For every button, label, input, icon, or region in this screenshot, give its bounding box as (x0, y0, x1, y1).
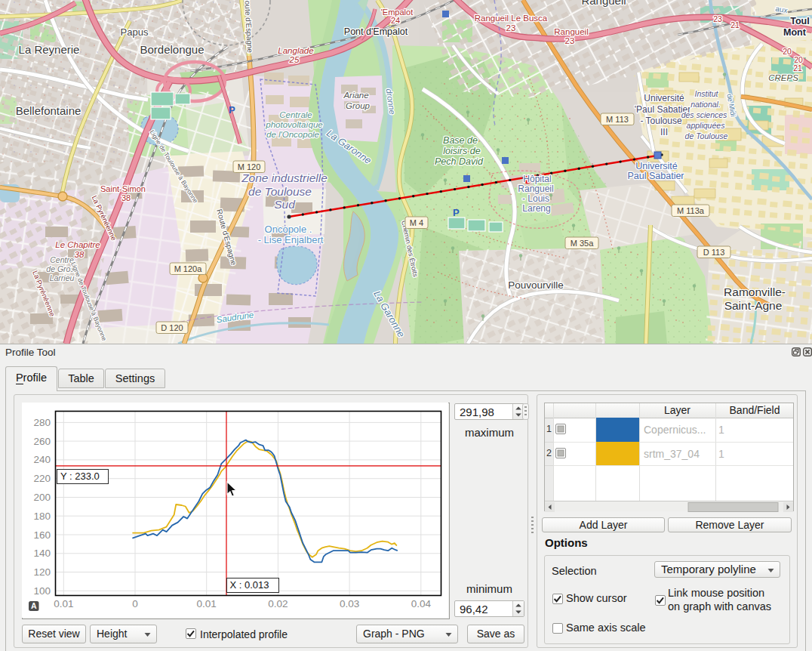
svg-text:38: 38 (121, 193, 131, 202)
svg-text:Mont: Mont (783, 27, 807, 38)
svg-text:photovoltaïque: photovoltaïque (265, 120, 322, 129)
svg-text:Rangueil: Rangueil (554, 27, 588, 36)
svg-text:P: P (229, 104, 235, 116)
svg-text:M 120: M 120 (238, 162, 261, 171)
svg-text:A: A (31, 601, 37, 610)
svg-text:200: 200 (33, 492, 51, 503)
svg-text:0.02: 0.02 (268, 598, 288, 609)
svg-text:Pouvourville: Pouvourville (508, 279, 564, 291)
svg-text:Sud: Sud (274, 198, 296, 211)
svg-text:M 35a: M 35a (571, 239, 594, 248)
svg-text:- Louis: - Louis (522, 193, 549, 204)
svg-text:D 113: D 113 (703, 248, 725, 257)
svg-text:Centrale: Centrale (279, 110, 312, 119)
svg-text:de Toulouse: de Toulouse (248, 185, 312, 198)
svg-text:Toul: Toul (790, 16, 809, 26)
svg-text:des sciences: des sciences (681, 110, 727, 119)
svg-text:P: P (453, 207, 460, 218)
svg-text:260: 260 (33, 436, 51, 447)
svg-text:Langlade: Langlade (278, 46, 313, 55)
svg-text:Oncopole .: Oncopole . (265, 224, 312, 235)
svg-text:Université: Université (644, 93, 684, 103)
svg-text:240: 240 (33, 454, 51, 465)
svg-text:Pech David: Pech David (435, 156, 484, 167)
svg-text:Université: Université (635, 161, 678, 171)
svg-text:23: 23 (565, 36, 575, 45)
svg-text:CREPS: CREPS (768, 73, 798, 82)
svg-text:Ramonville-: Ramonville- (724, 285, 786, 298)
svg-text:120: 120 (33, 566, 51, 578)
svg-text:140: 140 (33, 548, 51, 559)
svg-text:Bordelongue: Bordelongue (140, 43, 204, 56)
svg-text:- Lise Enjalbert: - Lise Enjalbert (258, 234, 324, 245)
svg-text:loisirs de: loisirs de (443, 146, 480, 156)
svg-text:Zone industrielle: Zone industrielle (241, 171, 328, 184)
svg-text:23: 23 (506, 23, 516, 32)
svg-text:Saint-Simon: Saint-Simon (100, 184, 146, 193)
svg-text:25: 25 (289, 55, 300, 64)
svg-text:Base de: Base de (443, 135, 478, 146)
svg-text:Rangueil: Rangueil (581, 0, 626, 7)
svg-text:0: 0 (132, 598, 138, 609)
svg-text:180: 180 (33, 511, 51, 522)
svg-text:38: 38 (75, 250, 85, 259)
svg-text:23: 23 (713, 14, 722, 23)
svg-text:de l'Oncopole: de l'Oncopole (266, 130, 319, 139)
svg-text:Institut: Institut (695, 89, 719, 98)
svg-text:appliquées: appliquées (687, 121, 726, 130)
svg-text:M 113: M 113 (606, 115, 629, 124)
svg-text:Paul Sabatier: Paul Sabatier (627, 171, 684, 181)
svg-text:21: 21 (730, 20, 740, 29)
svg-text:de Toulouse: de Toulouse (685, 131, 728, 140)
svg-text:- Toulouse: - Toulouse (640, 116, 681, 126)
svg-text:M 113a: M 113a (677, 206, 705, 215)
svg-text:0.04: 0.04 (411, 598, 432, 609)
svg-text:24: 24 (391, 16, 400, 25)
svg-text:Papus: Papus (121, 26, 149, 38)
svg-text:20: 20 (783, 47, 792, 56)
svg-text:100: 100 (33, 585, 51, 597)
svg-text:0.03: 0.03 (340, 598, 359, 609)
svg-text:160: 160 (33, 529, 51, 541)
svg-text:Rangueil: Rangueil (518, 184, 553, 194)
svg-text:Le Chapitre: Le Chapitre (55, 240, 100, 249)
svg-text:Ariane: Ariane (343, 91, 368, 100)
svg-text:M 120a: M 120a (174, 264, 203, 273)
svg-text:M 4: M 4 (410, 218, 423, 227)
svg-text:Hôpital: Hôpital (523, 174, 551, 184)
svg-text:0.01: 0.01 (54, 598, 73, 609)
svg-text:Saint-Agne: Saint-Agne (724, 299, 783, 312)
svg-text:280: 280 (33, 417, 51, 428)
svg-text:Pont d'Empalot: Pont d'Empalot (344, 26, 408, 37)
svg-text:Larrieu: Larrieu (50, 273, 75, 282)
svg-text:D 120: D 120 (161, 323, 183, 332)
svg-text:Group: Group (346, 101, 371, 110)
svg-text:0.01: 0.01 (197, 598, 217, 609)
svg-text:III: III (660, 127, 668, 137)
svg-text:national.: national. (691, 100, 721, 109)
svg-text:Lareng: Lareng (522, 203, 550, 214)
svg-text:Rangueil Le Busca: Rangueil Le Busca (475, 14, 548, 23)
svg-text:La Reynerie: La Reynerie (19, 43, 80, 56)
svg-text:Bellefontaine: Bellefontaine (16, 104, 82, 117)
svg-text:220: 220 (33, 473, 51, 484)
svg-text:21: 21 (793, 63, 802, 73)
